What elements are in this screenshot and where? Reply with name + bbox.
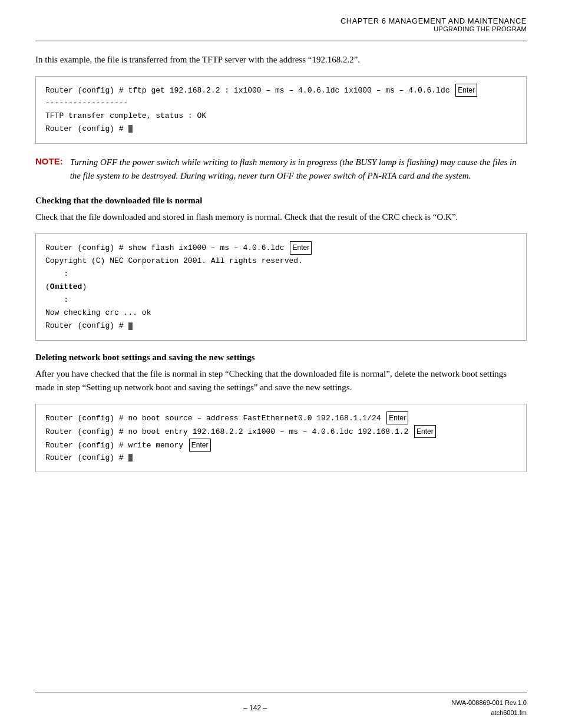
footer-right: NWA-008869-001 Rev.1.0 atch6001.fm — [451, 698, 527, 717]
code-line-2-2: Copyright (C) NEC Corporation 2001. All … — [45, 255, 517, 268]
note-block: NOTE: Turning OFF the power switch while… — [35, 156, 527, 183]
code-box-2: Router (config) # show flash ix1000 – ms… — [35, 233, 527, 340]
code-line-2-4: (Omitted) — [45, 281, 517, 294]
note-text: Turning OFF the power switch while writi… — [70, 156, 527, 183]
code-line-2-1: Router (config) # show flash ix1000 – ms… — [45, 241, 517, 255]
code-line-3-4: Router (config) # — [45, 452, 517, 465]
cursor-1 — [128, 125, 133, 133]
footer-rule — [35, 693, 527, 693]
code-line-2-6: Now checking crc ... ok — [45, 307, 517, 319]
code-box-1: Router (config) # tftp get 192.168.2.2 :… — [35, 76, 527, 144]
section1-heading: Checking that the downloaded file is nor… — [35, 196, 527, 206]
file-ref: atch6001.fm — [451, 708, 527, 718]
page-number: – 142 – — [59, 704, 451, 712]
page-container: CHAPTER 6 MANAGEMENT AND MAINTENANCE UPG… — [0, 0, 562, 728]
code-line-2-5: : — [45, 294, 517, 307]
enter-key-3c: Enter — [189, 439, 211, 452]
doc-ref: NWA-008869-001 Rev.1.0 — [451, 698, 527, 708]
note-label: NOTE: — [35, 156, 63, 166]
code-line-2-7: Router (config) # — [45, 319, 517, 332]
enter-key-3a: Enter — [386, 411, 408, 424]
omitted-label: Omitted — [50, 282, 82, 291]
intro-paragraph: In this example, the file is transferred… — [35, 53, 527, 67]
page-header: CHAPTER 6 MANAGEMENT AND MAINTENANCE UPG… — [0, 0, 562, 38]
section1-paragraph: Check that the file downloaded and store… — [35, 210, 527, 224]
enter-key-3b: Enter — [414, 425, 436, 438]
code-box-3: Router (config) # no boot source – addre… — [35, 404, 527, 472]
section2-heading: Deleting network boot settings and savin… — [35, 353, 527, 363]
footer-content: – 142 – NWA-008869-001 Rev.1.0 atch6001.… — [35, 698, 527, 717]
chapter-title: CHAPTER 6 MANAGEMENT AND MAINTENANCE — [35, 17, 527, 25]
code-line-1-1: Router (config) # tftp get 192.168.2.2 :… — [45, 84, 517, 97]
cursor-3 — [128, 454, 133, 462]
code-line-3-2: Router (config) # no boot entry 192.168.… — [45, 425, 517, 439]
code-line-1-4: Router (config) # — [45, 123, 517, 136]
code-line-3-1: Router (config) # no boot source – addre… — [45, 411, 517, 425]
cursor-2 — [128, 322, 133, 330]
main-content: In this example, the file is transferred… — [0, 41, 562, 588]
code-line-1-2: ------------------ — [45, 97, 517, 110]
code-line-1-3: TFTP transfer complete, status : OK — [45, 110, 517, 123]
enter-key-1: Enter — [455, 84, 477, 97]
enter-key-2: Enter — [290, 241, 312, 254]
page-footer: – 142 – NWA-008869-001 Rev.1.0 atch6001.… — [0, 693, 562, 728]
code-line-2-3: : — [45, 268, 517, 281]
chapter-subtitle: UPGRADING THE PROGRAM — [35, 25, 527, 32]
code-line-3-3: Router (config) # write memory Enter — [45, 439, 517, 452]
section2-paragraph: After you have checked that the file is … — [35, 367, 527, 395]
